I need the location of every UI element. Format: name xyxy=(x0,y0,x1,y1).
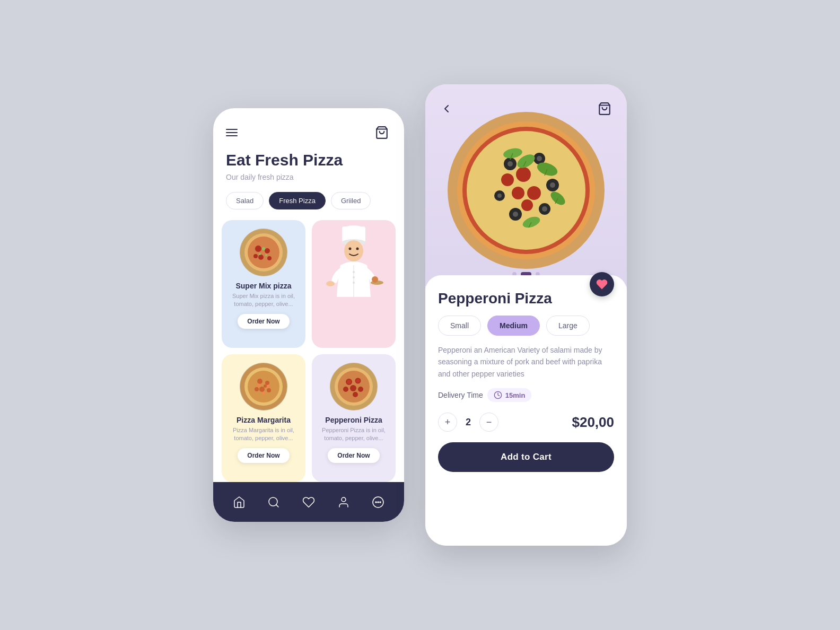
svg-point-33 xyxy=(255,387,259,391)
nav-profile[interactable] xyxy=(333,492,354,513)
detail-panel: Pepperoni Pizza Small Medium Large Peppe… xyxy=(425,275,627,546)
svg-point-18 xyxy=(356,248,359,250)
order-button-pepperoni-small[interactable]: Order Now xyxy=(328,448,379,463)
svg-point-34 xyxy=(264,384,267,388)
price-display: $20,00 xyxy=(572,414,614,431)
svg-point-29 xyxy=(257,379,262,384)
svg-point-73 xyxy=(516,167,531,182)
svg-point-53 xyxy=(378,502,379,503)
tab-salad[interactable]: Salad xyxy=(226,192,264,209)
quantity-price-row: + 2 − $20,00 xyxy=(438,413,614,432)
svg-point-5 xyxy=(265,248,270,253)
size-medium[interactable]: Medium xyxy=(487,316,540,336)
pizza-grid: Super Mix pizza Super Mix pizza is in oi… xyxy=(213,220,404,482)
cart-button[interactable] xyxy=(372,123,391,142)
svg-point-43 xyxy=(350,385,356,391)
cart-button-detail[interactable] xyxy=(595,99,614,118)
svg-point-75 xyxy=(512,187,524,199)
svg-point-9 xyxy=(262,247,265,250)
phone1-header xyxy=(213,108,404,151)
bottom-nav xyxy=(213,482,404,522)
svg-point-21 xyxy=(353,276,355,278)
order-button-margarita[interactable]: Order Now xyxy=(238,448,289,463)
favorite-button[interactable] xyxy=(590,272,614,296)
delivery-time-value: 15min xyxy=(505,391,526,399)
svg-point-28 xyxy=(248,371,279,402)
phones-container: Eat Fresh Pizza Our daily fresh pizza Sa… xyxy=(213,84,627,546)
svg-point-64 xyxy=(537,156,542,161)
quantity-increase[interactable]: + xyxy=(438,413,457,432)
delivery-label: Delivery Time xyxy=(438,391,483,399)
pizza-hero xyxy=(425,84,627,286)
pizza-image-pepperoni xyxy=(330,363,378,410)
quantity-controls: + 2 − xyxy=(438,413,498,432)
svg-point-36 xyxy=(267,385,270,388)
pizza-hero-image xyxy=(447,111,606,270)
svg-point-22 xyxy=(353,282,355,284)
phone2-header xyxy=(425,84,627,118)
svg-point-37 xyxy=(262,392,265,395)
svg-point-74 xyxy=(527,186,541,200)
svg-point-20 xyxy=(353,271,355,273)
svg-point-30 xyxy=(265,381,269,385)
svg-point-31 xyxy=(259,387,265,392)
nav-search[interactable] xyxy=(263,492,284,513)
svg-point-66 xyxy=(550,182,555,188)
svg-point-51 xyxy=(342,497,346,502)
svg-point-48 xyxy=(356,379,360,383)
svg-point-25 xyxy=(326,281,335,286)
svg-point-11 xyxy=(265,254,267,256)
app-subtitle: Our daily fresh pizza xyxy=(226,173,391,181)
pizza-card-margarita: Pizza Margarita Pizza Margarita is in oi… xyxy=(222,354,305,482)
pizza-desc-margarita: Pizza Margarita is in oil, tomato, peppe… xyxy=(230,426,297,443)
tab-fresh-pizza[interactable]: Fresh Pizza xyxy=(269,192,326,209)
svg-point-16 xyxy=(344,240,363,261)
svg-point-10 xyxy=(259,253,261,255)
tab-grilled[interactable]: Griiled xyxy=(331,192,371,209)
svg-point-54 xyxy=(375,502,377,503)
size-small[interactable]: Small xyxy=(438,316,481,336)
svg-point-68 xyxy=(542,206,547,212)
pizza-name-pepperoni-small: Pepperoni Pizza xyxy=(325,416,382,424)
chef-card xyxy=(312,220,396,348)
svg-point-7 xyxy=(267,256,272,260)
order-button-supermix[interactable]: Order Now xyxy=(238,314,289,329)
svg-point-17 xyxy=(349,248,352,250)
pizza-name-supermix: Super Mix pizza xyxy=(235,282,291,290)
title-section: Eat Fresh Pizza Our daily fresh pizza xyxy=(213,151,404,192)
svg-point-8 xyxy=(253,254,258,258)
svg-point-60 xyxy=(467,131,585,250)
add-to-cart-button[interactable]: Add to Cart xyxy=(438,442,614,472)
quantity-decrease[interactable]: − xyxy=(479,413,498,432)
svg-point-62 xyxy=(508,161,513,167)
svg-point-47 xyxy=(347,380,351,384)
svg-point-24 xyxy=(372,276,378,283)
svg-point-35 xyxy=(258,384,260,387)
nav-home[interactable] xyxy=(229,492,250,513)
menu-icon[interactable] xyxy=(226,129,238,136)
nav-favorites[interactable] xyxy=(298,492,319,513)
pizza-image-margarita xyxy=(240,363,287,410)
svg-point-3 xyxy=(248,237,279,268)
quantity-value: 2 xyxy=(466,417,471,428)
svg-point-6 xyxy=(258,255,264,260)
pizza-desc-supermix: Super Mix pizza is in oil, tomato, peppe… xyxy=(230,292,297,309)
pizza-card-supermix: Super Mix pizza Super Mix pizza is in oi… xyxy=(222,220,305,348)
delivery-time-badge: 15min xyxy=(487,388,532,402)
svg-point-70 xyxy=(513,212,518,217)
svg-point-45 xyxy=(343,387,348,392)
svg-point-32 xyxy=(267,388,271,392)
category-tabs: Salad Fresh Pizza Griiled xyxy=(213,192,404,220)
pizza-image-supermix xyxy=(240,229,287,276)
nav-more[interactable] xyxy=(368,492,389,513)
size-large[interactable]: Large xyxy=(546,316,590,336)
svg-point-55 xyxy=(380,502,381,503)
pizza-description: Pepperoni an American Variety of salami … xyxy=(438,344,614,380)
svg-point-72 xyxy=(497,194,502,198)
pizza-name-margarita: Pizza Margarita xyxy=(237,416,291,424)
app-title: Eat Fresh Pizza xyxy=(226,151,391,170)
pizza-card-pepperoni: Pepperoni Pizza Pepperoni Pizza is in oi… xyxy=(312,354,396,482)
phone2: Pepperoni Pizza Small Medium Large Peppe… xyxy=(425,84,627,546)
svg-line-50 xyxy=(276,504,278,506)
back-button[interactable] xyxy=(438,100,455,117)
